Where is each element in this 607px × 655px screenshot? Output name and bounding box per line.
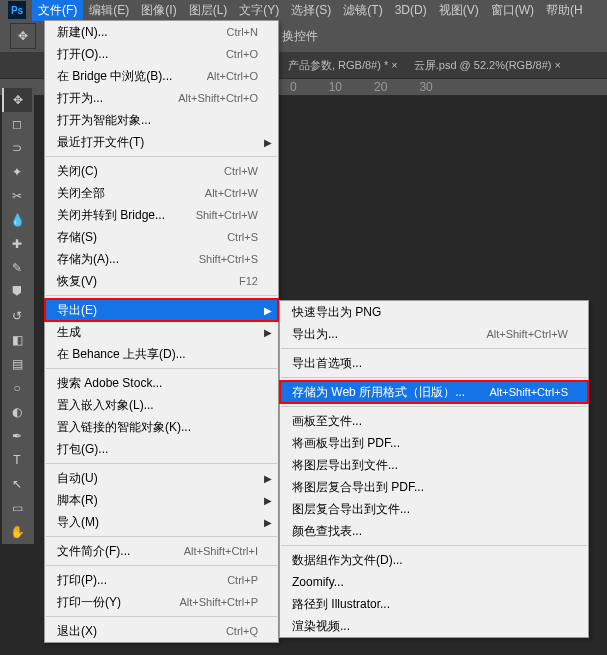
menu-3d[interactable]: 3D(D) bbox=[389, 1, 433, 19]
shape-tool-icon[interactable]: ▭ bbox=[2, 496, 32, 520]
file-menu-item[interactable]: 文件简介(F)...Alt+Shift+Ctrl+I bbox=[45, 540, 278, 562]
file-menu-item[interactable]: 存储为(A)...Shift+Ctrl+S bbox=[45, 248, 278, 270]
menu-select[interactable]: 选择(S) bbox=[285, 0, 337, 21]
export-menu-item[interactable]: 图层复合导出到文件... bbox=[280, 498, 588, 520]
menu-shortcut: Alt+Shift+Ctrl+I bbox=[184, 545, 258, 557]
file-menu-item[interactable]: 导出(E)▶ bbox=[45, 299, 278, 321]
export-menu-item[interactable]: 画板至文件... bbox=[280, 410, 588, 432]
tab-1[interactable]: 产品参数, RGB/8#) * × bbox=[280, 58, 406, 73]
gradient-tool-icon[interactable]: ▤ bbox=[2, 352, 32, 376]
file-menu-item[interactable]: 在 Behance 上共享(D)... bbox=[45, 343, 278, 365]
file-menu-item[interactable]: 打开(O)...Ctrl+O bbox=[45, 43, 278, 65]
file-menu-item[interactable]: 关闭全部Alt+Ctrl+W bbox=[45, 182, 278, 204]
lasso-tool-icon[interactable]: ⊃ bbox=[2, 136, 32, 160]
file-menu-item[interactable]: 退出(X)Ctrl+Q bbox=[45, 620, 278, 642]
submenu-arrow-icon: ▶ bbox=[264, 495, 272, 506]
menu-item-label: 画板至文件... bbox=[292, 413, 568, 430]
menu-item-label: 最近打开文件(T) bbox=[57, 134, 258, 151]
separator bbox=[46, 156, 277, 157]
menu-shortcut: Alt+Shift+Ctrl+W bbox=[486, 328, 568, 340]
menu-window[interactable]: 窗口(W) bbox=[485, 0, 540, 21]
file-menu-item[interactable]: 脚本(R)▶ bbox=[45, 489, 278, 511]
file-menu-item[interactable]: 最近打开文件(T)▶ bbox=[45, 131, 278, 153]
export-menu-item[interactable]: 导出首选项... bbox=[280, 352, 588, 374]
move-tool-icon[interactable]: ✥ bbox=[2, 88, 32, 112]
marquee-tool-icon[interactable]: ◻ bbox=[2, 112, 32, 136]
file-menu-item[interactable]: 搜索 Adobe Stock... bbox=[45, 372, 278, 394]
export-menu-item[interactable]: 存储为 Web 所用格式（旧版）...Alt+Shift+Ctrl+S bbox=[280, 381, 588, 403]
menu-item-label: 导入(M) bbox=[57, 514, 258, 531]
file-menu-item[interactable]: 关闭(C)Ctrl+W bbox=[45, 160, 278, 182]
wand-tool-icon[interactable]: ✦ bbox=[2, 160, 32, 184]
export-menu-item[interactable]: 将图层复合导出到 PDF... bbox=[280, 476, 588, 498]
menu-item-label: 文件简介(F)... bbox=[57, 543, 184, 560]
dodge-tool-icon[interactable]: ◐ bbox=[2, 400, 32, 424]
eyedropper-tool-icon[interactable]: 💧 bbox=[2, 208, 32, 232]
file-menu-item[interactable]: 在 Bridge 中浏览(B)...Alt+Ctrl+O bbox=[45, 65, 278, 87]
file-menu-item[interactable]: 打开为...Alt+Shift+Ctrl+O bbox=[45, 87, 278, 109]
menu-item-label: 导出为... bbox=[292, 326, 486, 343]
heal-tool-icon[interactable]: ✚ bbox=[2, 232, 32, 256]
file-menu-item[interactable]: 自动(U)▶ bbox=[45, 467, 278, 489]
file-menu-item[interactable]: 打开为智能对象... bbox=[45, 109, 278, 131]
menu-filter[interactable]: 滤镜(T) bbox=[337, 0, 388, 21]
menu-view[interactable]: 视图(V) bbox=[433, 0, 485, 21]
menu-item-label: 生成 bbox=[57, 324, 258, 341]
file-menu-item[interactable]: 打包(G)... bbox=[45, 438, 278, 460]
path-tool-icon[interactable]: ↖ bbox=[2, 472, 32, 496]
export-menu-item[interactable]: 导出为...Alt+Shift+Ctrl+W bbox=[280, 323, 588, 345]
menu-file[interactable]: 文件(F) bbox=[32, 0, 83, 21]
file-menu-item[interactable]: 打印一份(Y)Alt+Shift+Ctrl+P bbox=[45, 591, 278, 613]
options-label: 换控件 bbox=[282, 28, 318, 45]
menu-shortcut: Alt+Shift+Ctrl+O bbox=[178, 92, 258, 104]
file-menu-item[interactable]: 关闭并转到 Bridge...Shift+Ctrl+W bbox=[45, 204, 278, 226]
eraser-tool-icon[interactable]: ◧ bbox=[2, 328, 32, 352]
file-menu-item[interactable]: 置入链接的智能对象(K)... bbox=[45, 416, 278, 438]
pen-tool-icon[interactable]: ✒ bbox=[2, 424, 32, 448]
file-menu-item[interactable]: 恢复(V)F12 bbox=[45, 270, 278, 292]
menu-item-label: 打开为智能对象... bbox=[57, 112, 258, 129]
menu-help[interactable]: 帮助(H bbox=[540, 0, 589, 21]
separator bbox=[281, 406, 587, 407]
ruler-tick: 10 bbox=[329, 80, 342, 94]
file-menu-item[interactable]: 存储(S)Ctrl+S bbox=[45, 226, 278, 248]
export-menu-item[interactable]: 将图层导出到文件... bbox=[280, 454, 588, 476]
export-menu-item[interactable]: 路径到 Illustrator... bbox=[280, 593, 588, 615]
separator bbox=[281, 377, 587, 378]
blur-tool-icon[interactable]: ○ bbox=[2, 376, 32, 400]
brush-tool-icon[interactable]: ✎ bbox=[2, 256, 32, 280]
export-menu-item[interactable]: Zoomify... bbox=[280, 571, 588, 593]
menu-item-label: 关闭(C) bbox=[57, 163, 224, 180]
type-tool-icon[interactable]: T bbox=[2, 448, 32, 472]
file-menu-item[interactable]: 生成▶ bbox=[45, 321, 278, 343]
menu-item-label: 在 Behance 上共享(D)... bbox=[57, 346, 258, 363]
file-menu-dropdown: 新建(N)...Ctrl+N打开(O)...Ctrl+O在 Bridge 中浏览… bbox=[44, 20, 279, 643]
menu-item-label: 快速导出为 PNG bbox=[292, 304, 568, 321]
menu-item-label: 打印一份(Y) bbox=[57, 594, 179, 611]
export-menu-item[interactable]: 颜色查找表... bbox=[280, 520, 588, 542]
menu-item-label: 导出(E) bbox=[57, 302, 258, 319]
history-brush-icon[interactable]: ↺ bbox=[2, 304, 32, 328]
move-tool-icon[interactable]: ✥ bbox=[10, 23, 36, 49]
menu-item-label: 在 Bridge 中浏览(B)... bbox=[57, 68, 207, 85]
menu-edit[interactable]: 编辑(E) bbox=[83, 0, 135, 21]
separator bbox=[46, 368, 277, 369]
hand-tool-icon[interactable]: ✋ bbox=[2, 520, 32, 544]
menu-shortcut: Shift+Ctrl+S bbox=[199, 253, 258, 265]
file-menu-item[interactable]: 置入嵌入对象(L)... bbox=[45, 394, 278, 416]
export-menu-item[interactable]: 数据组作为文件(D)... bbox=[280, 549, 588, 571]
menu-item-label: 置入嵌入对象(L)... bbox=[57, 397, 258, 414]
file-menu-item[interactable]: 导入(M)▶ bbox=[45, 511, 278, 533]
file-menu-item[interactable]: 新建(N)...Ctrl+N bbox=[45, 21, 278, 43]
file-menu-item[interactable]: 打印(P)...Ctrl+P bbox=[45, 569, 278, 591]
menu-item-label: 脚本(R) bbox=[57, 492, 258, 509]
export-menu-item[interactable]: 渲染视频... bbox=[280, 615, 588, 637]
menu-type[interactable]: 文字(Y) bbox=[233, 0, 285, 21]
stamp-tool-icon[interactable]: ⛊ bbox=[2, 280, 32, 304]
crop-tool-icon[interactable]: ✂ bbox=[2, 184, 32, 208]
tab-2[interactable]: 云屏.psd @ 52.2%(RGB/8#) × bbox=[406, 58, 569, 73]
menu-layer[interactable]: 图层(L) bbox=[183, 0, 234, 21]
export-menu-item[interactable]: 快速导出为 PNG bbox=[280, 301, 588, 323]
export-menu-item[interactable]: 将画板导出到 PDF... bbox=[280, 432, 588, 454]
menu-image[interactable]: 图像(I) bbox=[135, 0, 182, 21]
